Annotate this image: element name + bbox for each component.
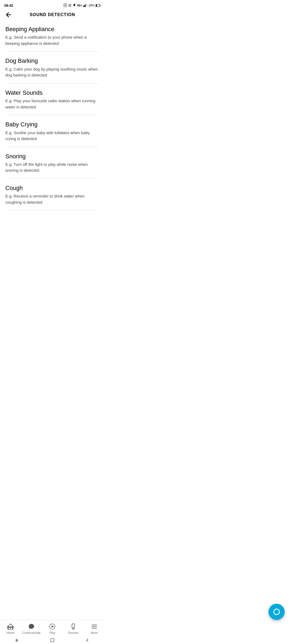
sound-item-snoring[interactable]: SnoringE.g. Turn off the light or play w… xyxy=(5,147,99,179)
svg-rect-2 xyxy=(84,5,85,7)
sound-item-name: Water Sounds xyxy=(5,89,99,96)
status-bar: 08:42 🄽 4G+ xyxy=(0,0,105,10)
sound-item-beeping-appliance[interactable]: Beeping ApplianceE.g. Send a notificatio… xyxy=(5,20,99,52)
svg-rect-8 xyxy=(96,5,97,6)
alarm-icon xyxy=(68,3,72,7)
sound-item-description: E.g. Turn off the light or play white no… xyxy=(5,162,99,174)
sound-item-water-sounds[interactable]: Water SoundsE.g. Play your favourite rad… xyxy=(5,83,99,115)
battery-icon xyxy=(96,4,100,7)
page-title: SOUND DETECTION xyxy=(30,12,75,17)
sound-item-description: E.g. Receive a reminder to drink water w… xyxy=(5,193,99,205)
status-time: 08:42 xyxy=(4,3,13,8)
sound-item-cough[interactable]: CoughE.g. Receive a reminder to drink wa… xyxy=(5,179,99,210)
svg-rect-3 xyxy=(85,4,85,7)
sound-item-name: Snoring xyxy=(5,153,99,160)
sound-item-dog-barking[interactable]: Dog BarkingE.g. Calm your dog by playing… xyxy=(5,52,99,83)
back-button[interactable] xyxy=(4,10,13,19)
sound-item-baby-crying[interactable]: Baby CryingE.g. Soothe your baby with lu… xyxy=(5,115,99,147)
data-icon: 4G+ xyxy=(77,4,82,7)
svg-rect-1 xyxy=(83,6,84,7)
sound-item-description: E.g. Soothe your baby with lullabies whe… xyxy=(5,130,99,142)
sound-item-name: Dog Barking xyxy=(5,57,99,64)
sound-item-description: E.g. Send a notification to your phone w… xyxy=(5,34,99,46)
sound-item-description: E.g. Calm your dog by playing soothing m… xyxy=(5,66,99,78)
sound-item-name: Beeping Appliance xyxy=(5,26,99,33)
location-icon xyxy=(73,3,76,7)
sound-detection-list: Beeping ApplianceE.g. Send a notificatio… xyxy=(0,20,105,210)
signal-icon xyxy=(83,4,88,7)
sound-item-name: Cough xyxy=(5,185,99,192)
page-header: SOUND DETECTION xyxy=(0,10,105,20)
sound-item-description: E.g. Play your favourite radio station w… xyxy=(5,98,99,110)
battery-text: 28% xyxy=(89,4,95,7)
svg-rect-5 xyxy=(87,4,87,7)
sound-item-name: Baby Crying xyxy=(5,121,99,128)
nfc-icon: 🄽 xyxy=(64,3,67,7)
svg-rect-4 xyxy=(86,4,86,7)
svg-rect-7 xyxy=(100,5,100,6)
status-icons: 🄽 4G+ xyxy=(64,3,100,7)
